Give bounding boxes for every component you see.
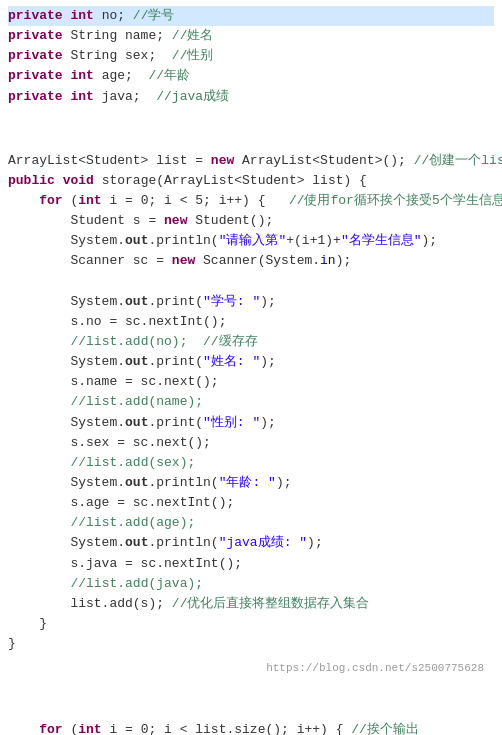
line-s-name: s.name = sc.next(); <box>8 372 494 392</box>
line-for-output: for (int i = 0; i < list.size(); i++) { … <box>8 720 494 735</box>
line-for-loop: for (int i = 0; i < 5; i++) { //使用for循环挨… <box>8 191 494 211</box>
line-s-age: s.age = sc.nextInt(); <box>8 493 494 513</box>
line-private-int-no: private int no; //学号 <box>8 6 494 26</box>
line-empty-1 <box>8 272 494 292</box>
line-println-input: System.out.println("请输入第"+(i+1)+"名学生信息")… <box>8 231 494 251</box>
line-print-xingbie: System.out.print("性别: "); <box>8 413 494 433</box>
line-println-nianling: System.out.println("年龄: "); <box>8 473 494 493</box>
line-s-no: s.no = sc.nextInt(); <box>8 312 494 332</box>
line-public-void-storage: public void storage(ArrayList<Student> l… <box>8 171 494 191</box>
line-print-xingming: System.out.print("姓名: "); <box>8 352 494 372</box>
line-inner-brace: } <box>8 614 494 634</box>
line-private-int-age: private int age; //年龄 <box>8 66 494 86</box>
url-text: https://blog.csdn.net/s2500775628 <box>266 662 494 674</box>
line-private-string-sex: private String sex; //性别 <box>8 46 494 66</box>
line-private-int-java: private int java; //java成绩 <box>8 87 494 107</box>
line-student-new: Student s = new Student(); <box>8 211 494 231</box>
line-arraylist-decl: ArrayList<Student> list = new ArrayList<… <box>8 151 494 171</box>
line-outer-brace: } <box>8 634 494 654</box>
gap-4 <box>0 698 502 718</box>
line-print-xuehao: System.out.print("学号: "); <box>8 292 494 312</box>
code-container: private int no; //学号 private String name… <box>0 0 502 735</box>
code-block-output: for (int i = 0; i < list.size(); i++) { … <box>0 718 502 735</box>
line-comment-list-age: //list.add(age); <box>8 513 494 533</box>
line-println-java: System.out.println("java成绩: "); <box>8 533 494 553</box>
gap-3 <box>0 678 502 698</box>
line-comment-list-java: //list.add(java); <box>8 574 494 594</box>
gap-1 <box>0 109 502 129</box>
line-list-add-s: list.add(s); //优化后直接将整组数据存入集合 <box>8 594 494 614</box>
line-private-string-name: private String name; //姓名 <box>8 26 494 46</box>
line-s-sex: s.sex = sc.next(); <box>8 433 494 453</box>
line-comment-list-name: //list.add(name); <box>8 392 494 412</box>
line-comment-list-no: //list.add(no); //缓存存 <box>8 332 494 352</box>
url-bar: https://blog.csdn.net/s2500775628 <box>0 656 502 678</box>
gap-2 <box>0 129 502 149</box>
code-block-fields: private int no; //学号 private String name… <box>0 4 502 109</box>
line-scanner-new: Scanner sc = new Scanner(System.in); <box>8 251 494 271</box>
line-comment-list-sex: //list.add(sex); <box>8 453 494 473</box>
code-block-main: ArrayList<Student> list = new ArrayList<… <box>0 149 502 657</box>
line-s-java: s.java = sc.nextInt(); <box>8 554 494 574</box>
